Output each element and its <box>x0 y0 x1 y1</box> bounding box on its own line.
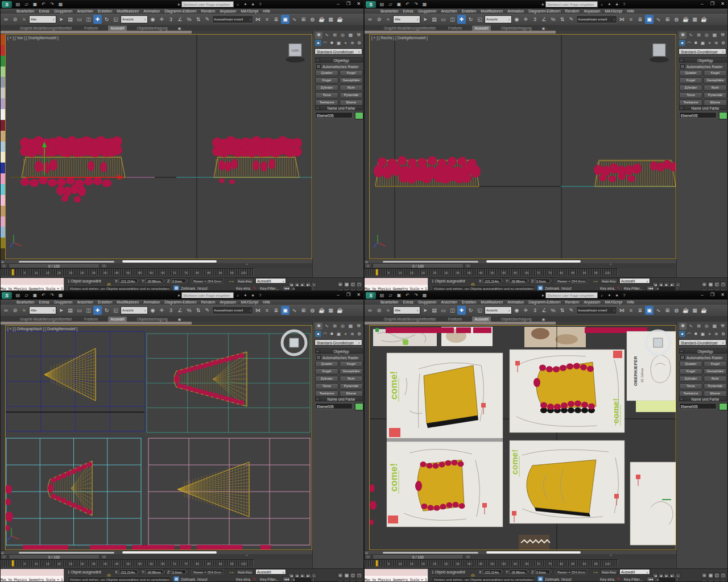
unlink-selection-icon[interactable]: ⊘ <box>11 15 19 24</box>
object-type-button-quader[interactable]: Quader <box>679 361 702 367</box>
percent-snap-icon[interactable]: % <box>185 306 193 315</box>
select-and-rotate-icon[interactable]: ↻ <box>102 306 111 315</box>
object-type-button-torus[interactable]: Torus <box>315 92 338 98</box>
hierarchy-tab-icon[interactable]: ⊞ <box>331 32 338 39</box>
minimize-button[interactable]: – <box>697 292 707 298</box>
named-selection-sets-dropdown[interactable]: ∨Auswahlsatz erstell <box>576 306 617 314</box>
timeline-ruler[interactable]: 5101520253035404550556065707580859095100 <box>1 559 254 567</box>
project-folder-icon[interactable]: ▦ <box>57 292 64 299</box>
schematic-view-icon[interactable]: ⊞ <box>663 15 672 24</box>
search-go-icon[interactable]: ⌕ <box>599 1 605 7</box>
align-icon[interactable]: ≡ <box>263 306 271 315</box>
spinner-snap-icon[interactable]: ⇅ <box>558 306 566 315</box>
object-type-button-kegel[interactable]: Kegel <box>340 361 363 367</box>
search-input[interactable] <box>181 292 234 298</box>
undo-icon[interactable]: ↶ <box>404 292 411 299</box>
object-type-button-torus[interactable]: Torus <box>315 383 338 389</box>
create-tab-icon[interactable]: ✱ <box>679 32 686 39</box>
ribbon-minimize-icon[interactable]: ▣ · <box>178 26 183 30</box>
edit-named-selection-sets-icon[interactable]: ✎ <box>567 306 576 315</box>
manage-layers-icon[interactable]: ≣ <box>272 15 280 24</box>
ribbon-minimize-icon[interactable]: ▣ · <box>178 317 183 321</box>
cameras-category-icon[interactable]: ▣ <box>700 331 706 337</box>
time-tag-label[interactable]: Zeitmark. hinzuf. <box>181 286 208 290</box>
menu-gruppieren[interactable]: Gruppieren <box>416 9 439 14</box>
time-range-label[interactable]: 0 / 100 <box>9 263 100 268</box>
ribbon-tab-auswahl[interactable]: Auswahl <box>472 317 491 322</box>
mirror-icon[interactable]: ⋈ <box>618 306 626 315</box>
object-type-button-quader[interactable]: Quader <box>679 70 702 76</box>
curve-editor-icon[interactable]: ∿ <box>654 15 663 24</box>
y-coordinate-field[interactable]: -30,86mm <box>146 569 163 574</box>
objekttyp-rollout-header[interactable]: −Objekttyp <box>679 348 727 354</box>
percent-snap-icon[interactable]: % <box>549 306 557 315</box>
lights-category-icon[interactable]: ✸ <box>693 40 699 46</box>
helpers-category-icon[interactable]: ⌖ <box>706 40 713 46</box>
display-tab-icon[interactable]: ▦ <box>347 323 354 330</box>
selection-filter-dropdown[interactable]: ∨Alle <box>29 15 56 23</box>
mirror-icon[interactable]: ⋈ <box>254 306 262 315</box>
shapes-category-icon[interactable]: ◠ <box>322 331 328 337</box>
expand-trackbar-icon[interactable]: ⌃ <box>245 263 249 268</box>
unlink-selection-icon[interactable]: ⊘ <box>375 15 383 24</box>
use-pivot-point-center-icon[interactable]: ◉ <box>512 306 521 315</box>
x-coordinate-field[interactable]: -221,214m <box>483 569 502 574</box>
scroll-handle[interactable] <box>383 552 478 554</box>
range-left-button[interactable]: < <box>1 554 7 559</box>
close-button[interactable]: ✕ <box>354 292 363 298</box>
auto-key-button[interactable]: Auto-Key <box>600 569 618 575</box>
window-crossing-icon[interactable]: ◫ <box>448 15 457 24</box>
orbit-icon[interactable]: ⟳ <box>344 580 350 582</box>
spinner-snap-icon[interactable]: ⇅ <box>194 15 202 24</box>
range-left-button[interactable]: < <box>1 263 7 268</box>
rectangular-selection-region-icon[interactable]: ▭ <box>439 306 448 315</box>
menu-erstellen[interactable]: Erstellen <box>460 9 478 14</box>
manage-layers-icon[interactable]: ≣ <box>636 306 644 315</box>
viewport-canvas[interactable]: come!come!come!come!OBERKIEFER20 Zähne <box>370 326 676 550</box>
key-mode-toggle-icon[interactable]: |◀◀ <box>647 285 654 291</box>
select-and-move-icon[interactable]: ✚ <box>457 15 466 24</box>
save-file-icon[interactable]: ▣ <box>395 1 403 8</box>
utilities-tab-icon[interactable]: ⚒ <box>355 323 362 330</box>
maxscript-mini-listener-pink[interactable] <box>365 569 428 576</box>
systems-category-icon[interactable]: ⚙ <box>356 331 362 337</box>
menu-anpassen[interactable]: Anpassen <box>217 300 238 305</box>
set-key-label[interactable]: Key eins. <box>236 286 251 290</box>
menu-hilfe[interactable]: Hilfe <box>624 300 636 305</box>
menu-diagramm-editoren[interactable]: Diagramm-Editoren <box>162 300 198 305</box>
object-type-button-pyramide[interactable]: Pyramide <box>340 383 363 389</box>
project-folder-icon[interactable]: ▦ <box>421 292 428 299</box>
close-button[interactable]: ✕ <box>718 292 727 298</box>
menu-erstellen[interactable]: Erstellen <box>460 300 478 305</box>
time-tag-label[interactable]: Zeitmark. hinzuf. <box>545 286 572 290</box>
motion-tab-icon[interactable]: ◎ <box>339 32 346 39</box>
utilities-tab-icon[interactable]: ⚒ <box>719 32 726 39</box>
menu-ansichten[interactable]: Ansichten <box>75 9 96 14</box>
select-and-rotate-icon[interactable]: ↻ <box>102 15 111 24</box>
menu-extras[interactable]: Extras <box>36 300 51 305</box>
ribbon-tab-objektübertragung[interactable]: Objektübertragung <box>135 317 170 322</box>
y-coordinate-field[interactable]: -30,86mm <box>146 278 163 283</box>
geometry-category-icon[interactable]: ● <box>679 331 685 337</box>
menu-animation[interactable]: Animation <box>505 9 526 14</box>
time-tag-label[interactable]: Zeitmark. hinzuf. <box>545 577 572 581</box>
display-tab-icon[interactable]: ▦ <box>711 32 718 39</box>
frame-spinner[interactable] <box>676 286 679 291</box>
snap-toggle-3d-icon[interactable]: 3 <box>167 306 175 315</box>
object-name-field[interactable]: Ebene005 <box>679 112 717 118</box>
cameras-category-icon[interactable]: ▣ <box>336 40 342 46</box>
menu-anpassen[interactable]: Anpassen <box>217 9 238 14</box>
menu-diagramm-editoren[interactable]: Diagramm-Editoren <box>162 9 198 14</box>
undo-icon[interactable]: ↶ <box>40 1 47 8</box>
object-type-button-kugel[interactable]: Kugel <box>315 368 338 375</box>
select-and-manipulate-icon[interactable]: ✛ <box>158 15 166 24</box>
maxscript-mini-listener-line[interactable]: Max to Physics Geometry Scale = 1.0 <box>365 285 428 291</box>
shapes-category-icon[interactable]: ◠ <box>686 40 692 46</box>
select-and-rotate-icon[interactable]: ↻ <box>466 306 475 315</box>
time-tag-icon[interactable]: ▦ <box>173 576 179 582</box>
maxscript-mini-listener-pink[interactable] <box>1 278 64 285</box>
save-file-icon[interactable]: ▣ <box>31 1 39 8</box>
object-type-button-pyramide[interactable]: Pyramide <box>704 383 727 389</box>
menu-diagramm-editoren[interactable]: Diagramm-Editoren <box>526 9 562 14</box>
utilities-tab-icon[interactable]: ⚒ <box>355 32 362 39</box>
